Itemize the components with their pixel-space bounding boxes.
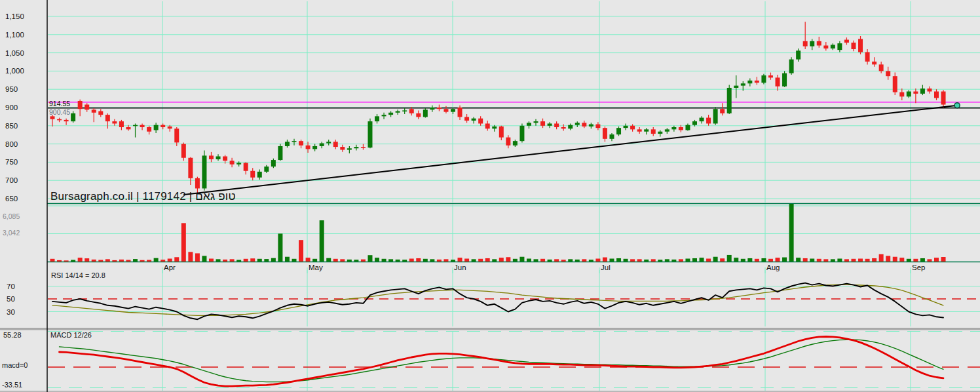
candle: [64, 120, 69, 121]
volume-bar: [920, 258, 925, 262]
volume-bar: [443, 259, 448, 262]
volume-bar: [154, 258, 159, 262]
volume-bar: [209, 259, 214, 262]
price-tick-label: 1,100: [5, 31, 24, 39]
volume-bar: [747, 258, 752, 262]
candle: [548, 123, 552, 125]
candle: [865, 52, 870, 61]
volume-bar: [789, 204, 794, 262]
volume-bar: [941, 257, 946, 262]
candle: [458, 108, 462, 117]
candle: [782, 73, 787, 87]
volume-bar: [98, 260, 103, 262]
volume-bar: [575, 260, 580, 262]
volume-bar: [292, 259, 297, 262]
candle: [747, 81, 752, 83]
candle: [50, 116, 55, 119]
candle: [879, 64, 884, 71]
candle: [595, 125, 600, 128]
candle: [907, 92, 911, 97]
candle: [499, 127, 504, 138]
candle: [603, 128, 607, 139]
price-alert-line-label: 914.55: [49, 100, 70, 108]
candle: [85, 105, 89, 110]
price-tick-label: 650: [5, 195, 18, 203]
volume-bar: [368, 255, 372, 262]
candle: [133, 125, 138, 127]
trendline-endpoint-handle[interactable]: [954, 103, 960, 108]
volume-bar: [78, 258, 83, 262]
candle: [306, 146, 311, 149]
candle: [734, 86, 738, 88]
volume-bar: [700, 258, 704, 262]
volume-bar: [519, 257, 524, 262]
volume-bar: [112, 260, 117, 262]
candle: [761, 75, 766, 83]
trendline[interactable]: [183, 106, 957, 195]
volume-bar: [388, 259, 393, 262]
candle: [540, 121, 545, 126]
candle: [616, 128, 621, 134]
price-tick-label: 700: [5, 176, 18, 184]
volume-bar: [430, 259, 434, 262]
volume-bar: [160, 260, 165, 262]
volume-bar: [589, 260, 594, 262]
volume-bar: [85, 258, 89, 262]
volume-bar: [899, 258, 904, 262]
rsi-tick-label: 70: [7, 283, 15, 290]
price-tick-label: 750: [5, 158, 18, 166]
candle: [755, 81, 759, 83]
volume-bar: [651, 259, 656, 262]
candle: [513, 141, 518, 146]
candle: [534, 121, 538, 123]
candle: [244, 163, 248, 171]
volume-bar: [658, 260, 662, 262]
candle: [665, 129, 669, 131]
candle: [927, 88, 932, 91]
candle: [472, 119, 476, 121]
candle: [209, 155, 214, 159]
volume-bar: [644, 260, 649, 262]
candle: [727, 88, 732, 113]
volume-bar: [713, 257, 718, 262]
volume-bar: [409, 259, 414, 262]
volume-bar: [858, 259, 863, 262]
volume-bar: [595, 259, 600, 262]
candle: [582, 123, 586, 127]
volume-bar: [720, 258, 725, 262]
pane-separator: [0, 328, 980, 330]
candle: [71, 113, 75, 121]
candle: [609, 134, 614, 139]
candle: [913, 92, 918, 94]
candle: [519, 126, 524, 141]
candle: [768, 75, 773, 77]
candle: [575, 123, 580, 125]
price-tick-label: 900: [5, 104, 18, 111]
volume-bar: [451, 260, 455, 262]
candle: [92, 109, 96, 112]
candle: [485, 123, 490, 128]
month-label: Aug: [766, 264, 780, 271]
candle: [188, 158, 193, 178]
volume-bar: [934, 258, 939, 262]
candle: [354, 147, 358, 148]
volume-bar: [616, 258, 621, 262]
candle: [637, 129, 642, 131]
volume-bar: [278, 233, 282, 262]
candle: [437, 108, 442, 109]
candle: [154, 125, 159, 130]
candle: [402, 110, 407, 111]
rsi-line: [52, 283, 943, 320]
candle: [706, 118, 711, 124]
volume-bar: [375, 258, 379, 262]
price-tick-label: 1,050: [5, 49, 24, 57]
month-label: Jun: [454, 264, 466, 271]
volume-bar: [492, 259, 497, 262]
volume-bar: [893, 257, 897, 262]
candle: [430, 108, 434, 109]
volume-bar: [685, 259, 690, 262]
volume-bar: [637, 259, 642, 262]
volume-bar: [768, 259, 773, 262]
candle: [443, 109, 448, 111]
volume-bar: [513, 259, 518, 262]
